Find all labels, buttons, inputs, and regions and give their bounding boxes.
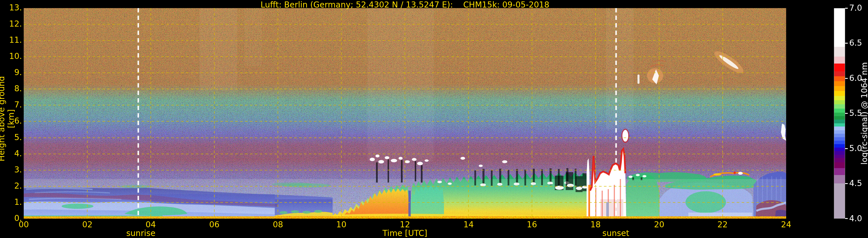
x-tick-label: 00 xyxy=(11,220,37,229)
x-tick-label: 04 xyxy=(138,220,164,229)
colorbar-tick-label: 7.0 xyxy=(849,3,862,13)
colorbar-tick xyxy=(845,8,848,9)
colorbar-tick xyxy=(845,113,848,114)
colorbar-tick xyxy=(845,218,848,219)
x-tick-label: 20 xyxy=(646,220,672,229)
x-tick-label: 08 xyxy=(265,220,291,229)
x-tick-label: 16 xyxy=(519,220,545,229)
y-tick-label: 11. xyxy=(0,36,22,45)
y-tick-label: 7. xyxy=(0,100,22,109)
colorbar xyxy=(834,8,845,219)
y-tick-label: 12. xyxy=(0,19,22,29)
x-tick-label: 12 xyxy=(392,220,418,229)
y-tick-label: 9. xyxy=(0,68,22,77)
y-tick-label: 1. xyxy=(0,198,22,207)
colorbar-tick-label: 4.0 xyxy=(849,214,862,223)
y-tick-label: 13. xyxy=(0,3,22,12)
ground-overlap-speckle xyxy=(24,216,786,219)
colorbar-tick xyxy=(845,148,848,149)
y-tick-label: 4. xyxy=(0,149,22,158)
x-axis-label: Time [UTC] xyxy=(373,229,437,238)
x-tick-label: 22 xyxy=(710,220,736,229)
x-tick-label: 18 xyxy=(583,220,609,229)
colorbar-tick xyxy=(845,78,848,79)
x-tick-label: 06 xyxy=(201,220,227,229)
y-tick-label: 3. xyxy=(0,165,22,174)
colorbar-tick xyxy=(845,43,848,44)
plot-canvas xyxy=(24,8,786,219)
y-tick-label: 5. xyxy=(0,133,22,142)
y-tick-label: 8. xyxy=(0,84,22,93)
chart-title: Lufft: Berlin (Germany; 52.4302 N / 13.5… xyxy=(24,0,786,9)
y-tick-label: 6. xyxy=(0,116,22,126)
x-tick-label: 02 xyxy=(74,220,100,229)
x-tick-label: 24 xyxy=(773,220,799,229)
y-tick-label: 2. xyxy=(0,181,22,191)
quicklook-page: { "title": "Lufft: Berlin (Germany; 52.4… xyxy=(0,0,868,238)
colorbar-tick xyxy=(845,183,848,184)
colorbar-label: log(rc-signal) @ 1064 nm xyxy=(860,41,868,186)
y-tick-label: 10. xyxy=(0,52,22,61)
x-tick-label: 14 xyxy=(456,220,482,229)
x-tick-label: 10 xyxy=(328,220,354,229)
sunset-annotation: sunset xyxy=(590,229,642,238)
sunrise-annotation: sunrise xyxy=(115,229,167,238)
